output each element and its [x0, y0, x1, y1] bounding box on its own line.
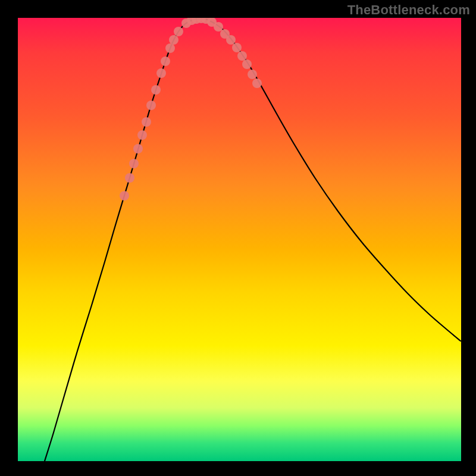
data-point [242, 60, 252, 69]
data-point [146, 101, 156, 110]
plot-area [18, 18, 461, 461]
data-point [133, 144, 143, 154]
chart-canvas: TheBottleneck.com [0, 0, 476, 476]
curve-layer [18, 18, 461, 461]
left-curve [45, 18, 199, 461]
data-point [125, 173, 134, 183]
data-point [237, 51, 247, 61]
data-point [248, 70, 257, 79]
data-point [161, 57, 170, 66]
right-curve [201, 18, 461, 341]
data-point [151, 85, 161, 95]
data-point [232, 43, 242, 52]
watermark-text: TheBottleneck.com [347, 2, 470, 18]
data-point [252, 79, 262, 88]
data-point [226, 35, 236, 45]
curve-right-path [201, 18, 461, 341]
data-point [165, 43, 175, 53]
data-point [174, 27, 183, 36]
data-point [120, 191, 129, 201]
data-point [129, 159, 139, 168]
data-point [214, 22, 223, 32]
data-point [156, 68, 166, 78]
marker-group [120, 18, 262, 201]
data-point [142, 117, 151, 127]
data-point [169, 35, 178, 45]
curve-left-path [45, 18, 199, 461]
data-point [137, 130, 147, 140]
